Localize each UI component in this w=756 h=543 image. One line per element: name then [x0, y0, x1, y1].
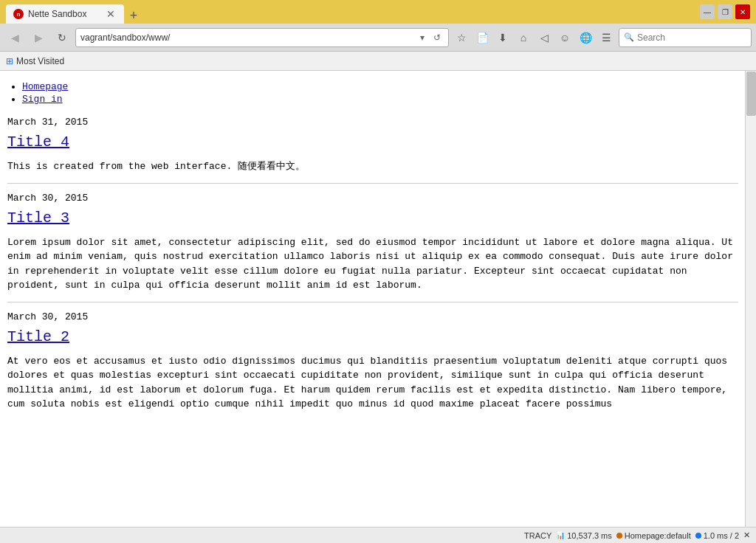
globe-button[interactable]: 🌐	[576, 28, 595, 47]
status-bar: TRACY 📊 10,537.3 ms Homepage:default 1.0…	[0, 527, 756, 543]
post-separator-2	[7, 302, 738, 302]
refresh-button[interactable]: ↻	[52, 27, 72, 48]
tab-favicon: n	[13, 9, 24, 19]
tab-area: n Nette Sandbox ✕ +	[6, 0, 694, 24]
tracy-label: TRACY	[524, 531, 551, 540]
status-dot-orange: Homepage:default	[616, 531, 691, 540]
address-input[interactable]	[80, 32, 413, 43]
post-2-date: March 30, 2015	[7, 193, 738, 204]
post-separator-1	[7, 183, 738, 184]
address-bar[interactable]: ▾ ↺	[75, 28, 449, 47]
bookmark-star-button[interactable]: ☆	[452, 28, 471, 47]
tab-close-button[interactable]: ✕	[105, 9, 117, 19]
dropdown-icon[interactable]: ▾	[416, 31, 429, 44]
address-icons: ▾ ↺	[416, 31, 444, 44]
signin-link[interactable]: Sign in	[22, 94, 63, 105]
share-button[interactable]: ◁	[535, 28, 554, 47]
download-button[interactable]: ⬇	[493, 28, 512, 47]
scrollbar[interactable]	[745, 71, 756, 527]
post-1-title[interactable]: Title 4	[7, 134, 69, 151]
minimize-button[interactable]: —	[700, 4, 715, 19]
post-3-body: At vero eos et accusamus et iusto odio d…	[7, 354, 738, 412]
nav-links: Homepage Sign in	[7, 81, 738, 105]
browser-tab[interactable]: n Nette Sandbox ✕	[6, 4, 124, 24]
home-button[interactable]: ⌂	[514, 28, 533, 47]
bookmarks-bar: ⊞ Most Visited	[0, 52, 756, 71]
tab-title: Nette Sandbox	[28, 9, 86, 19]
homepage-link[interactable]: Homepage	[22, 81, 68, 92]
search-icon: 🔍	[624, 32, 634, 42]
post-1-date: March 31, 2015	[7, 117, 738, 128]
most-visited-icon: ⊞	[6, 56, 13, 66]
page-content: Homepage Sign in March 31, 2015 Title 4 …	[7, 81, 738, 412]
status-time2: 1.0 ms / 2	[695, 531, 739, 540]
back-button[interactable]: ◀	[4, 27, 25, 48]
search-bar[interactable]: 🔍	[619, 28, 752, 47]
window-controls: — ❐ ✕	[700, 4, 750, 19]
post-3-title[interactable]: Title 2	[7, 328, 69, 345]
nav-icons-right: ☆ 📄 ⬇ ⌂ ◁ ☺ 🌐 ☰	[452, 28, 616, 47]
menu-button[interactable]: ☰	[597, 28, 616, 47]
maximize-button[interactable]: ❐	[718, 4, 732, 19]
post-3-date: March 30, 2015	[7, 311, 738, 322]
tracy-time: 📊 10,537.3 ms	[556, 531, 612, 540]
post-1-body: This is created from the web interface. …	[7, 159, 738, 174]
new-tab-button[interactable]: +	[124, 7, 143, 24]
emoji-button[interactable]: ☺	[555, 28, 574, 47]
forward-button[interactable]: ▶	[28, 27, 49, 48]
post-2-title[interactable]: Title 3	[7, 210, 69, 226]
status-close[interactable]: ✕	[743, 530, 750, 540]
reader-button[interactable]: 📄	[472, 28, 492, 47]
search-input[interactable]	[637, 32, 746, 43]
content-area: Homepage Sign in March 31, 2015 Title 4 …	[0, 71, 756, 527]
post-2-body: Lorem ipsum dolor sit amet, consectetur …	[7, 235, 738, 293]
nav-bar: ◀ ▶ ↻ ▾ ↺ ☆ 📄 ⬇ ⌂ ◁ ☺ 🌐 ☰ 🔍	[0, 24, 756, 52]
close-button[interactable]: ✕	[735, 4, 750, 19]
title-bar: n Nette Sandbox ✕ + — ❐ ✕	[0, 0, 756, 24]
scrollbar-thumb[interactable]	[746, 72, 756, 116]
reload-icon[interactable]: ↺	[430, 31, 444, 44]
most-visited-label: Most Visited	[16, 56, 64, 66]
